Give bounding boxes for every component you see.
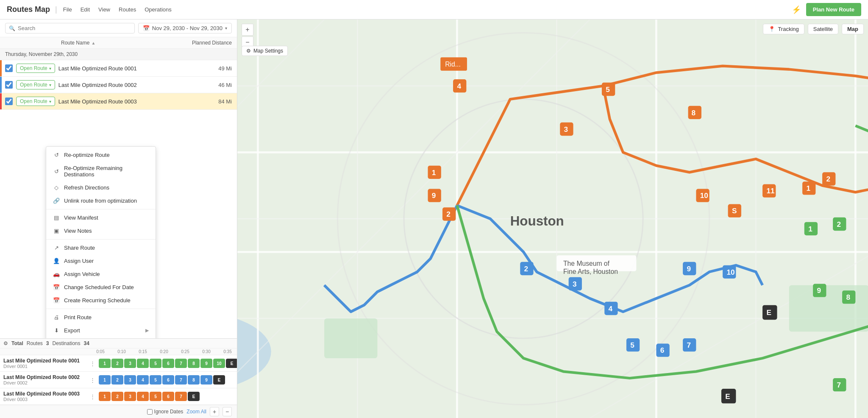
timeline-stop[interactable]: 1	[99, 359, 111, 368]
map-settings-button[interactable]: ⚙ Map Settings	[242, 46, 288, 56]
svg-text:Rid...: Rid...	[445, 61, 461, 68]
date-picker[interactable]: 📅 Nov 29, 2030 - Nov 29, 2030 ▾	[138, 23, 232, 33]
svg-text:8: 8	[846, 293, 850, 301]
svg-text:2: 2	[446, 210, 451, 218]
header-divider: |	[55, 5, 57, 14]
timeline-stop[interactable]: 6	[162, 392, 174, 401]
timeline-stop[interactable]: E	[188, 392, 200, 401]
zoom-all-button[interactable]: Zoom All	[186, 409, 206, 415]
timeline-stop[interactable]: 5	[150, 359, 161, 368]
time-tick: 0:30	[196, 349, 217, 354]
route-status-btn-1[interactable]: Open Route ▾	[16, 64, 55, 73]
timeline-stop[interactable]: 5	[150, 392, 161, 401]
menu-view-manifest-label: View Manifest	[64, 215, 149, 221]
menu-re-optimize-remaining[interactable]: ↺ Re-Optimize Remaining Destinations	[46, 162, 156, 181]
plan-new-route-button[interactable]: Plan New Route	[806, 3, 861, 16]
map-zoom-in-button[interactable]: +	[242, 24, 253, 36]
nav-file[interactable]: File	[62, 5, 73, 14]
tracking-icon: 📍	[768, 26, 775, 32]
timeline-stop[interactable]: 5	[150, 375, 161, 385]
menu-view-manifest[interactable]: ▤ View Manifest	[46, 211, 156, 224]
menu-change-scheduled[interactable]: 📅 Change Scheduled For Date	[46, 281, 156, 294]
timeline-driver: Driver 0003	[3, 397, 85, 402]
timeline-stop[interactable]: 9	[200, 375, 212, 385]
timeline-stop[interactable]: 3	[124, 392, 136, 401]
nav-view[interactable]: View	[97, 5, 111, 14]
timeline-stop[interactable]: 3	[124, 375, 136, 385]
svg-text:5: 5	[630, 341, 634, 349]
zoom-out-timeline-button[interactable]: −	[223, 407, 232, 416]
menu-share-route[interactable]: ↗ Share Route	[46, 241, 156, 254]
route-status-btn-2[interactable]: Open Route ▾	[16, 80, 55, 89]
menu-view-notes[interactable]: ▣ View Notes	[46, 224, 156, 237]
timeline-stop[interactable]: 8	[188, 359, 200, 368]
timeline-stop[interactable]: 7	[175, 375, 187, 385]
timeline-stop[interactable]: E	[226, 359, 237, 368]
svg-text:11: 11	[766, 187, 775, 195]
nav-routes[interactable]: Routes	[118, 5, 137, 14]
timeline-stop[interactable]: 10	[213, 359, 225, 368]
map-panel[interactable]: Houston The Museum of Fine Arts, Houston…	[237, 20, 868, 418]
timeline-stop[interactable]: 7	[175, 392, 187, 401]
svg-text:3: 3	[564, 125, 568, 134]
timeline-stop[interactable]: 4	[137, 392, 149, 401]
timeline-stop[interactable]: 4	[137, 375, 149, 385]
search-box[interactable]: 🔍	[5, 23, 135, 33]
menu-print-route[interactable]: 🖨 Print Route	[46, 311, 156, 324]
map-view-button[interactable]: Map	[842, 24, 864, 34]
svg-text:7: 7	[687, 341, 691, 349]
timeline-stop[interactable]: 3	[124, 359, 136, 368]
timeline-stop[interactable]: 2	[111, 359, 123, 368]
menu-re-optimize[interactable]: ↺ Re-optimize Route	[46, 148, 156, 162]
search-input[interactable]	[18, 25, 131, 31]
timeline-stop[interactable]: 6	[162, 375, 174, 385]
route-checkbox-1[interactable]	[5, 64, 13, 72]
route-checkbox-3[interactable]	[5, 98, 13, 105]
menu-unlink-route[interactable]: 🔗 Unlink route from optimization	[46, 194, 156, 207]
timeline-stop[interactable]: E	[213, 375, 225, 385]
timeline-stop[interactable]: 2	[111, 392, 123, 401]
ignore-dates-checkbox[interactable]: Ignore Dates	[147, 409, 184, 415]
route-row: Open Route ▾ Last Mile Optimized Route 0…	[0, 77, 237, 93]
timeline-stop[interactable]: 7	[175, 359, 187, 368]
satellite-button[interactable]: Satellite	[808, 24, 838, 34]
total-label: Total	[11, 340, 23, 346]
routes-label: Routes	[27, 340, 43, 346]
timeline-three-dots-button[interactable]: ⋮	[90, 360, 95, 367]
nav-operations[interactable]: Operations	[144, 5, 172, 14]
menu-create-recurring[interactable]: 📅 Create Recurring Schedule	[46, 294, 156, 307]
svg-text:8: 8	[691, 109, 696, 117]
status-caret-icon: ▾	[49, 66, 51, 71]
tracking-button[interactable]: 📍 Tracking	[763, 24, 804, 34]
zoom-in-timeline-button[interactable]: +	[210, 407, 219, 416]
route-row-active: Open Route ▾ Last Mile Optimized Route 0…	[0, 93, 237, 110]
timeline-stop[interactable]: 9	[200, 359, 212, 368]
menu-assign-vehicle[interactable]: 🚗 Assign Vehicle	[46, 268, 156, 281]
timeline-stop[interactable]: 1	[99, 392, 111, 401]
timeline-row: Last Mile Optimized Route 0001Driver 000…	[0, 355, 237, 372]
lightning-button[interactable]: ⚡	[792, 5, 801, 14]
unlink-route-icon: 🔗	[53, 198, 60, 204]
menu-refresh-directions[interactable]: ◇ Refresh Directions	[46, 181, 156, 194]
timeline-three-dots-button[interactable]: ⋮	[90, 393, 95, 400]
timeline-stop[interactable]: 8	[188, 375, 200, 385]
timeline-driver: Driver 0001	[3, 364, 85, 369]
gear-icon[interactable]: ⚙	[3, 340, 8, 346]
share-route-icon: ↗	[53, 245, 60, 251]
change-scheduled-icon: 📅	[53, 284, 60, 290]
menu-share-route-label: Share Route	[64, 245, 149, 251]
ignore-dates-input[interactable]	[147, 409, 153, 415]
menu-create-recurring-label: Create Recurring Schedule	[64, 297, 149, 304]
timeline-stop[interactable]: 2	[111, 375, 123, 385]
svg-text:4: 4	[457, 82, 461, 90]
nav-edit[interactable]: Edit	[80, 5, 91, 14]
route-status-btn-3[interactable]: Open Route ▾	[16, 97, 55, 106]
timeline-stop[interactable]: 1	[99, 375, 111, 385]
timeline-stop[interactable]: 6	[162, 359, 174, 368]
timeline-stop[interactable]: 4	[137, 359, 149, 368]
assign-vehicle-icon: 🚗	[53, 271, 60, 277]
menu-assign-user[interactable]: 👤 Assign User	[46, 254, 156, 268]
timeline-three-dots-button[interactable]: ⋮	[90, 377, 95, 383]
route-checkbox-2[interactable]	[5, 81, 13, 89]
menu-export[interactable]: ⬇ Export ▶	[46, 324, 156, 337]
